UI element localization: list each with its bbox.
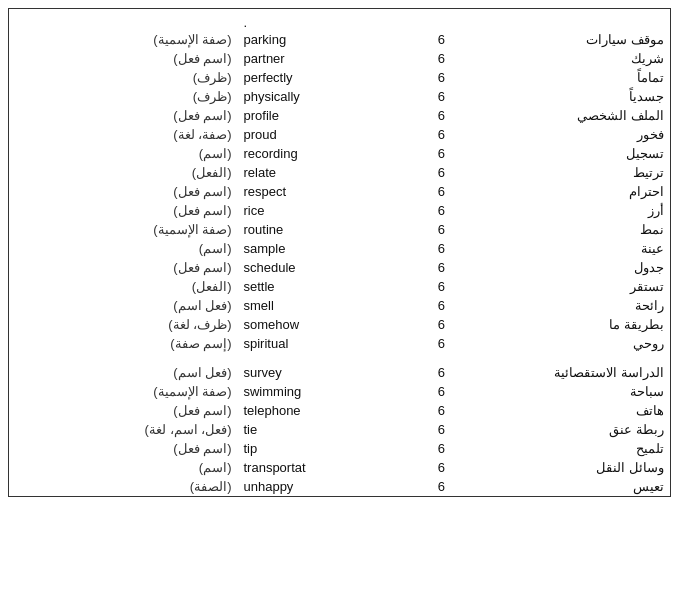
word-number: 6	[417, 363, 466, 382]
arabic-label: (اسم)	[9, 239, 237, 258]
arabic-word: نمط	[466, 220, 670, 239]
arabic-label: (ظرف)	[9, 87, 237, 106]
english-word: rice	[237, 201, 417, 220]
arabic-word: شريك	[466, 49, 670, 68]
word-number: 6	[417, 49, 466, 68]
english-word: survey	[237, 363, 417, 382]
table-row: (صفة الإسمية) parking 6 موقف سيارات	[9, 30, 670, 49]
english-word: perfectly	[237, 68, 417, 87]
arabic-label: (فعل اسم)	[9, 363, 237, 382]
table-row: (ظرف) perfectly 6 تماماً	[9, 68, 670, 87]
english-word: profile	[237, 106, 417, 125]
english-word: relate	[237, 163, 417, 182]
arabic-word: رائحة	[466, 296, 670, 315]
english-word: telephone	[237, 401, 417, 420]
word-number: 6	[417, 106, 466, 125]
table-row: (صفة، لغة) proud 6 فخور	[9, 125, 670, 144]
table-row: (صفة الإسمية) swimming 6 سباحة	[9, 382, 670, 401]
arabic-label: (اسم فعل)	[9, 106, 237, 125]
arabic-word: هاتف	[466, 401, 670, 420]
word-number: 6	[417, 334, 466, 353]
table-row: (فعل، اسم، لغة) tie 6 ربطة عنق	[9, 420, 670, 439]
arabic-label: (فعل، اسم، لغة)	[9, 420, 237, 439]
table-row: (اسم فعل) tip 6 تلميح	[9, 439, 670, 458]
english-word: smell	[237, 296, 417, 315]
word-number: 6	[417, 30, 466, 49]
table-row: (صفة الإسمية) routine 6 نمط	[9, 220, 670, 239]
english-word: schedule	[237, 258, 417, 277]
arabic-label: (صفة، لغة)	[9, 125, 237, 144]
word-number: 6	[417, 239, 466, 258]
table-row: (إسم صفة) spiritual 6 روحي	[9, 334, 670, 353]
table-row: (اسم فعل) rice 6 أرز	[9, 201, 670, 220]
word-number: 6	[417, 68, 466, 87]
english-word: respect	[237, 182, 417, 201]
english-word: unhappy	[237, 477, 417, 496]
table-row: (اسم فعل) telephone 6 هاتف	[9, 401, 670, 420]
vocabulary-table: . (صفة الإسمية) parking 6 موقف سيارات (ا…	[8, 8, 671, 497]
word-number: 6	[417, 125, 466, 144]
table-row: (الفعل) relate 6 ترتيط	[9, 163, 670, 182]
arabic-word: عينة	[466, 239, 670, 258]
spacer-row	[9, 353, 670, 363]
arabic-label: (اسم فعل)	[9, 182, 237, 201]
arabic-label: (صفة الإسمية)	[9, 30, 237, 49]
table-row: (اسم) sample 6 عينة	[9, 239, 670, 258]
arabic-word: ترتيط	[466, 163, 670, 182]
english-word: partner	[237, 49, 417, 68]
arabic-label: (اسم فعل)	[9, 401, 237, 420]
arabic-label: (ظرف، لغة)	[9, 315, 237, 334]
table-row: (اسم) recording 6 تسجيل	[9, 144, 670, 163]
table-row: (اسم فعل) partner 6 شريك	[9, 49, 670, 68]
dot-english: .	[237, 9, 417, 30]
arabic-word: جدول	[466, 258, 670, 277]
arabic-label: (الفعل)	[9, 163, 237, 182]
english-word: tie	[237, 420, 417, 439]
arabic-word: تلميح	[466, 439, 670, 458]
english-word: routine	[237, 220, 417, 239]
arabic-word: روحي	[466, 334, 670, 353]
word-number: 6	[417, 420, 466, 439]
word-number: 6	[417, 315, 466, 334]
arabic-word: تعيس	[466, 477, 670, 496]
table-row: (ظرف) physically 6 جسدياً	[9, 87, 670, 106]
arabic-label: (الصفة)	[9, 477, 237, 496]
arabic-word: بطريقة ما	[466, 315, 670, 334]
word-number: 6	[417, 163, 466, 182]
word-number: 6	[417, 277, 466, 296]
arabic-label: (اسم فعل)	[9, 49, 237, 68]
arabic-label: (اسم فعل)	[9, 201, 237, 220]
english-word: settle	[237, 277, 417, 296]
table-row: (اسم فعل) respect 6 احترام	[9, 182, 670, 201]
table-row: (اسم فعل) profile 6 الملف الشخصي	[9, 106, 670, 125]
arabic-word: تسجيل	[466, 144, 670, 163]
word-number: 6	[417, 87, 466, 106]
dot-cell	[9, 9, 237, 30]
table-row: (اسم) transportat 6 وسائل النقل	[9, 458, 670, 477]
word-number: 6	[417, 296, 466, 315]
arabic-label: (صفة الإسمية)	[9, 220, 237, 239]
arabic-word: سباحة	[466, 382, 670, 401]
arabic-word: وسائل النقل	[466, 458, 670, 477]
arabic-label: (الفعل)	[9, 277, 237, 296]
english-word: recording	[237, 144, 417, 163]
arabic-label: (اسم)	[9, 144, 237, 163]
dot-row: .	[9, 9, 670, 30]
table-row: (فعل اسم) survey 6 الدراسة الاستقصائية	[9, 363, 670, 382]
word-number: 6	[417, 182, 466, 201]
dot-arabic	[466, 9, 670, 30]
word-number: 6	[417, 220, 466, 239]
word-number: 6	[417, 477, 466, 496]
english-word: physically	[237, 87, 417, 106]
arabic-word: فخور	[466, 125, 670, 144]
arabic-word: احترام	[466, 182, 670, 201]
arabic-label: (إسم صفة)	[9, 334, 237, 353]
english-word: transportat	[237, 458, 417, 477]
word-number: 6	[417, 458, 466, 477]
english-word: proud	[237, 125, 417, 144]
word-number: 6	[417, 439, 466, 458]
arabic-label: (اسم)	[9, 458, 237, 477]
word-number: 6	[417, 201, 466, 220]
arabic-label: (ظرف)	[9, 68, 237, 87]
arabic-word: تستقر	[466, 277, 670, 296]
